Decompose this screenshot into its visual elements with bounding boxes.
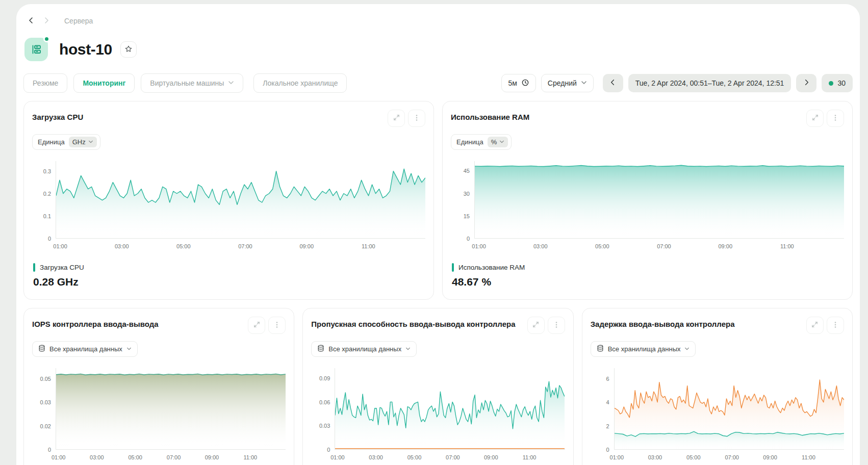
chevron-down-icon bbox=[684, 345, 690, 353]
kebab-icon bbox=[413, 114, 420, 123]
chevron-left-icon bbox=[28, 17, 35, 25]
main-panel: Сервера host-10 Резюме Мониторинг Виртуа… bbox=[16, 4, 860, 465]
chevron-right-icon bbox=[803, 79, 810, 87]
unit-select[interactable]: Единица GHz bbox=[32, 134, 100, 150]
legend-value: 0.28 GHz bbox=[32, 276, 425, 288]
legend-color-bar bbox=[33, 263, 35, 272]
legend-item: Использование RAM bbox=[451, 263, 844, 272]
host-header: host-10 bbox=[23, 38, 853, 61]
tab-summary[interactable]: Резюме bbox=[23, 73, 67, 93]
datastore-select[interactable]: Все хранилища данных bbox=[311, 341, 417, 357]
expand-icon bbox=[532, 321, 540, 330]
more-button[interactable] bbox=[827, 110, 844, 127]
legend-color-bar bbox=[452, 263, 454, 272]
range-prev-button[interactable] bbox=[603, 74, 623, 92]
chart-title: IOPS контроллера ввода-вывода bbox=[32, 317, 159, 328]
page-title: host-10 bbox=[59, 41, 112, 58]
chevron-right-icon bbox=[43, 17, 50, 25]
throughput-chart-plot[interactable] bbox=[335, 368, 565, 450]
kebab-icon bbox=[832, 321, 839, 330]
points-count-badge[interactable]: 30 bbox=[822, 74, 853, 92]
y-axis: 0.090.060.030 bbox=[311, 368, 335, 450]
x-axis: 01:0003:0005:0007:0009:0011:00 bbox=[614, 450, 844, 463]
iops-chart-plot[interactable] bbox=[56, 368, 286, 450]
expand-button[interactable] bbox=[388, 110, 405, 127]
forward-button[interactable] bbox=[40, 14, 53, 28]
chart-title: Пропускная способность ввода-вывода конт… bbox=[311, 317, 515, 328]
legend-value: 48.67 % bbox=[451, 276, 844, 288]
expand-button[interactable] bbox=[248, 317, 265, 334]
cpu-load-card: Загрузка CPU Единица GHz 0.30.20.10 01:0… bbox=[23, 101, 434, 300]
throughput-card: Пропускная способность ввода-вывода конт… bbox=[302, 308, 573, 465]
range-next-button[interactable] bbox=[796, 74, 816, 92]
legend-item: Загрузка CPU bbox=[32, 263, 425, 272]
chevron-down-icon bbox=[581, 79, 587, 87]
expand-icon bbox=[253, 321, 261, 330]
chevron-down-icon bbox=[499, 138, 504, 146]
x-axis: 01:0003:0005:0007:0009:0011:00 bbox=[56, 450, 286, 463]
breadcrumb-servers[interactable]: Сервера bbox=[64, 17, 93, 25]
tab-virtual-machines[interactable]: Виртуальные машины bbox=[141, 73, 243, 93]
y-axis: 0.30.20.10 bbox=[32, 161, 56, 239]
cpu-chart: 0.30.20.10 01:0003:0005:0007:0009:0011:0… bbox=[32, 161, 425, 252]
chevron-left-icon bbox=[609, 79, 616, 87]
unit-value-chip[interactable]: GHz bbox=[69, 137, 97, 147]
tab-local-storage[interactable]: Локальное хранилище bbox=[253, 73, 347, 93]
ram-usage-card: Использование RAM Единица % 4530150 01:0… bbox=[442, 101, 853, 300]
back-button[interactable] bbox=[24, 14, 38, 28]
ram-chart: 4530150 01:0003:0005:0007:0009:0011:00 bbox=[451, 161, 844, 252]
interval-button[interactable]: 5м bbox=[501, 74, 535, 92]
expand-button[interactable] bbox=[806, 317, 824, 334]
chevron-down-icon bbox=[126, 345, 132, 353]
green-dot-icon bbox=[829, 81, 833, 86]
unit-select[interactable]: Единица % bbox=[451, 134, 512, 150]
y-axis: 6420 bbox=[591, 368, 614, 450]
cpu-chart-plot[interactable] bbox=[56, 161, 425, 239]
charts-row-1: Загрузка CPU Единица GHz 0.30.20.10 01:0… bbox=[23, 101, 853, 300]
expand-icon bbox=[393, 114, 400, 123]
more-button[interactable] bbox=[268, 317, 286, 334]
kebab-icon bbox=[832, 114, 839, 123]
throughput-chart: 0.090.060.030 01:0003:0005:0007:0009:001… bbox=[311, 368, 565, 463]
date-range-button[interactable]: Tue, 2 Apr 2024, 00:51–Tue, 2 Apr 2024, … bbox=[628, 74, 792, 92]
more-button[interactable] bbox=[408, 110, 425, 127]
latency-card: Задержка ввода-вывода контроллера Все хр… bbox=[582, 308, 853, 465]
chevron-down-icon bbox=[228, 79, 234, 87]
expand-button[interactable] bbox=[806, 110, 824, 127]
breadcrumb: Сервера bbox=[23, 14, 853, 28]
chart-title: Использование RAM bbox=[451, 110, 529, 121]
chart-title: Загрузка CPU bbox=[32, 110, 83, 121]
expand-button[interactable] bbox=[527, 317, 545, 334]
tabs-and-toolbar: Резюме Мониторинг Виртуальные машины Лок… bbox=[23, 73, 853, 93]
database-icon bbox=[597, 345, 604, 353]
latency-chart: 6420 01:0003:0005:0007:0009:0011:00 bbox=[591, 368, 844, 463]
favorite-button[interactable] bbox=[120, 41, 137, 58]
chevron-down-icon bbox=[405, 345, 411, 353]
ram-chart-plot[interactable] bbox=[474, 161, 844, 239]
chart-title: Задержка ввода-вывода контроллера bbox=[591, 317, 735, 328]
tab-monitoring[interactable]: Мониторинг bbox=[73, 73, 135, 93]
chevron-down-icon bbox=[88, 138, 93, 146]
iops-chart: 0.050.030.020 01:0003:0005:0007:0009:001… bbox=[32, 368, 286, 463]
expand-icon bbox=[811, 114, 819, 123]
more-button[interactable] bbox=[827, 317, 844, 334]
server-icon bbox=[24, 38, 48, 61]
charts-row-2: IOPS контроллера ввода-вывода Все хранил… bbox=[23, 308, 853, 465]
clock-icon bbox=[521, 79, 529, 88]
latency-chart-plot[interactable] bbox=[614, 368, 844, 450]
more-button[interactable] bbox=[548, 317, 565, 334]
database-icon bbox=[317, 345, 324, 353]
database-icon bbox=[38, 345, 45, 353]
aggregation-select[interactable]: Средний bbox=[541, 74, 594, 92]
unit-value-chip[interactable]: % bbox=[488, 137, 508, 147]
time-toolbar: 5м Средний Tue, 2 Apr 2024, 00:51–Tue, 2… bbox=[501, 74, 853, 92]
expand-icon bbox=[811, 321, 819, 330]
datastore-select[interactable]: Все хранилища данных bbox=[32, 341, 138, 357]
status-dot bbox=[43, 36, 50, 42]
x-axis: 01:0003:0005:0007:0009:0011:00 bbox=[474, 239, 844, 252]
x-axis: 01:0003:0005:0007:0009:0011:00 bbox=[335, 450, 565, 463]
x-axis: 01:0003:0005:0007:0009:0011:00 bbox=[56, 239, 425, 252]
kebab-icon bbox=[553, 321, 560, 330]
kebab-icon bbox=[273, 321, 280, 330]
datastore-select[interactable]: Все хранилища данных bbox=[591, 341, 696, 357]
